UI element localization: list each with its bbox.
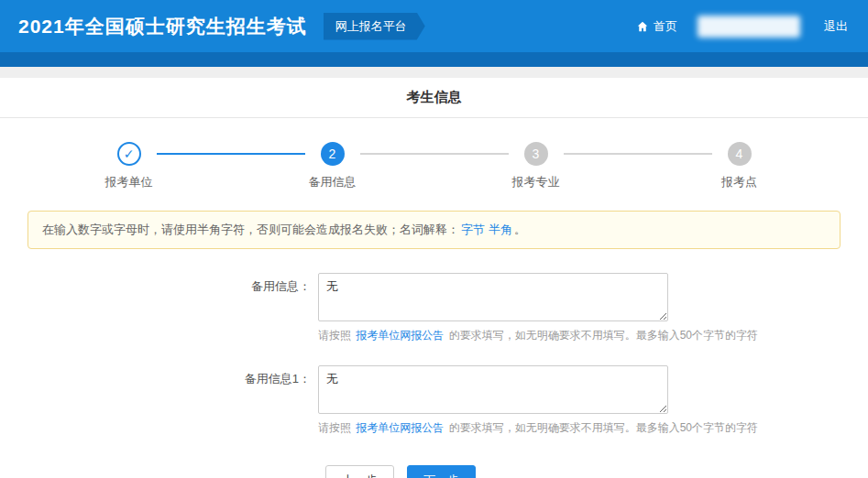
wizard-buttons: 上一步 下一步 (325, 465, 868, 478)
step-2-backup-info: 2 备用信息 (305, 142, 360, 190)
backup-info1-row: 备用信息1： 无 请按照 报考单位网报公告 的要求填写，如无明确要求不用填写。最… (0, 365, 868, 436)
hint-suffix: 的要求填写，如无明确要求不用填写。最多输入50个字节的字符 (449, 421, 758, 434)
step-4-label: 报考点 (721, 174, 757, 190)
app-title: 2021年全国硕士研究生招生考试 (18, 14, 307, 39)
hint-prefix: 请按照 (318, 421, 351, 434)
next-step-button[interactable]: 下一步 (407, 465, 476, 478)
step-3-major: 3 报考专业 (509, 142, 564, 190)
halfwidth-notice: 在输入数字或字母时，请使用半角字符，否则可能会造成报名失败；名词解释：字节半角。 (27, 211, 841, 249)
page-title: 考生信息 (407, 89, 462, 106)
backup-info-row: 备用信息： 无 请按照 报考单位网报公告 的要求填写，如无明确要求不用填写。最多… (0, 273, 868, 343)
app-header: 2021年全国硕士研究生招生考试 网上报名平台 首页 退出 (0, 0, 868, 52)
step-1-unit: ✓ 报考单位 (102, 142, 157, 190)
platform-badge: 网上报名平台 (324, 13, 425, 40)
step-connector-3 (564, 153, 712, 155)
hint-prefix: 请按照 (318, 329, 351, 342)
redacted-username (698, 16, 800, 38)
step-connector-2 (360, 153, 509, 155)
home-link-label: 首页 (654, 18, 677, 35)
backup-info1-control: 无 请按照 报考单位网报公告 的要求填写，如无明确要求不用填写。最多输入50个字… (318, 365, 758, 436)
step-1-label: 报考单位 (105, 174, 153, 190)
home-link[interactable]: 首页 (636, 18, 677, 35)
main-panel: 考生信息 ✓ 报考单位 2 备用信息 3 报考专业 4 报考点 在输入数字或字母… (0, 78, 868, 478)
backup-info-form: 备用信息： 无 请按照 报考单位网报公告 的要求填写，如无明确要求不用填写。最多… (0, 273, 868, 478)
halfwidth-definition-link[interactable]: 半角 (489, 223, 512, 236)
home-icon (636, 20, 649, 33)
backup-info-label: 备用信息： (0, 273, 318, 343)
header-gap (0, 67, 868, 78)
step-check-icon: ✓ (117, 142, 141, 166)
section-title-bar: 考生信息 (0, 78, 868, 118)
step-4-number: 4 (728, 142, 752, 166)
step-3-label: 报考专业 (512, 174, 560, 190)
unit-announcement-link[interactable]: 报考单位网报公告 (356, 329, 444, 342)
step-2-number: 2 (321, 142, 345, 166)
logout-link[interactable]: 退出 (824, 18, 848, 35)
header-strip (0, 52, 868, 67)
backup-info-textarea[interactable]: 无 (318, 273, 668, 321)
step-4-exam-site: 4 报考点 (712, 142, 767, 190)
step-connector-1 (157, 153, 305, 155)
backup-info-hint: 请按照 报考单位网报公告 的要求填写，如无明确要求不用填写。最多输入50个字节的… (318, 328, 758, 343)
header-actions: 首页 退出 (636, 16, 848, 38)
byte-definition-link[interactable]: 字节 (461, 223, 485, 236)
backup-info1-hint: 请按照 报考单位网报公告 的要求填写，如无明确要求不用填写。最多输入50个字节的… (318, 420, 758, 436)
notice-text: 在输入数字或字母时，请使用半角字符，否则可能会造成报名失败；名词解释： (42, 223, 459, 236)
backup-info1-textarea[interactable]: 无 (318, 365, 668, 414)
hint-suffix: 的要求填写，如无明确要求不用填写。最多输入50个字节的字符 (449, 329, 758, 342)
backup-info-control: 无 请按照 报考单位网报公告 的要求填写，如无明确要求不用填写。最多输入50个字… (318, 273, 758, 343)
unit-announcement-link[interactable]: 报考单位网报公告 (356, 421, 444, 434)
step-2-label: 备用信息 (309, 174, 357, 190)
wizard-stepper: ✓ 报考单位 2 备用信息 3 报考专业 4 报考点 (102, 142, 767, 190)
backup-info1-label: 备用信息1： (0, 365, 318, 436)
previous-step-button[interactable]: 上一步 (325, 465, 394, 478)
step-3-number: 3 (524, 142, 548, 166)
notice-period: 。 (514, 223, 526, 236)
